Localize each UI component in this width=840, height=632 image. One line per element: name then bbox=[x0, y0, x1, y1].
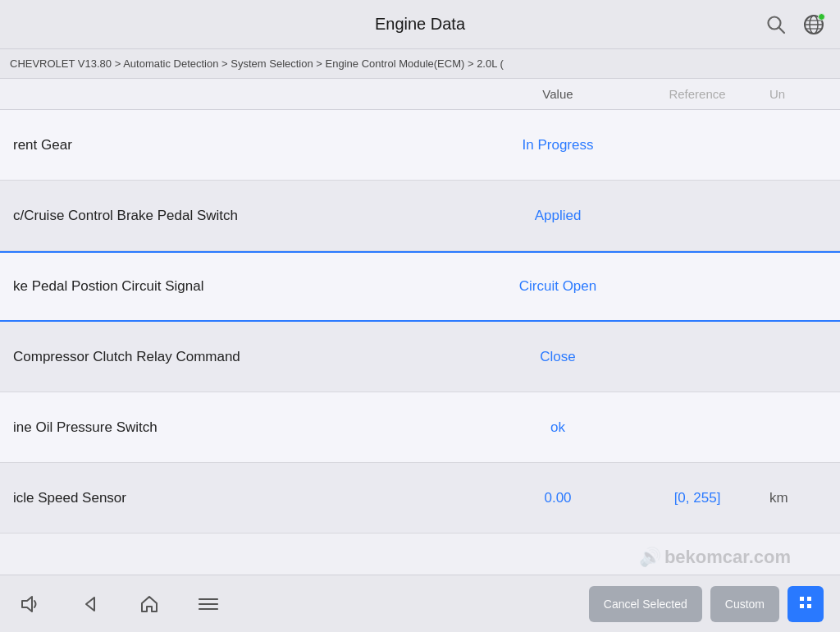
header-actions bbox=[763, 11, 827, 38]
svg-rect-12 bbox=[800, 597, 804, 601]
svg-rect-13 bbox=[807, 597, 811, 601]
col-header-value: Value bbox=[484, 87, 632, 101]
volume-icon[interactable] bbox=[16, 589, 46, 619]
row-value: ok bbox=[484, 419, 632, 436]
row-value: In Progress bbox=[484, 137, 632, 153]
main-content: Value Reference Un rent Gear In Progress… bbox=[0, 79, 840, 575]
svg-marker-8 bbox=[86, 598, 94, 611]
svg-rect-15 bbox=[807, 604, 811, 608]
row-value: Circuit Open bbox=[484, 278, 632, 295]
custom-button[interactable]: Custom bbox=[710, 586, 779, 622]
cancel-selected-button[interactable]: Cancel Selected bbox=[589, 586, 702, 622]
search-icon[interactable] bbox=[763, 11, 789, 38]
menu-icon[interactable] bbox=[194, 589, 223, 619]
row-label: ine Oil Pressure Switch bbox=[0, 419, 484, 436]
table-row[interactable]: ine Oil Pressure Switch ok bbox=[0, 392, 840, 463]
table-row[interactable]: Compressor Clutch Relay Command Close bbox=[0, 322, 840, 392]
row-label: icle Speed Sensor bbox=[0, 490, 484, 506]
row-label: c/Cruise Control Brake Pedal Switch bbox=[0, 208, 484, 224]
table-row[interactable]: c/Cruise Control Brake Pedal Switch Appl… bbox=[0, 181, 840, 251]
col-header-reference: Reference bbox=[632, 87, 763, 101]
svg-rect-14 bbox=[800, 604, 804, 608]
row-label: ke Pedal Postion Circuit Signal bbox=[0, 278, 484, 295]
bottom-buttons: Cancel Selected Custom bbox=[589, 586, 824, 622]
row-reference: [0, 255] bbox=[632, 490, 763, 506]
row-value: Close bbox=[484, 349, 632, 365]
back-icon[interactable] bbox=[75, 589, 105, 619]
row-unit: km bbox=[763, 490, 840, 506]
svg-line-1 bbox=[779, 27, 784, 32]
app-header: Engine Data bbox=[0, 0, 840, 49]
globe-status-dot bbox=[818, 13, 825, 21]
row-value: 0.00 bbox=[484, 490, 632, 506]
svg-marker-7 bbox=[22, 597, 32, 611]
row-label: Compressor Clutch Relay Command bbox=[0, 349, 484, 365]
table-row[interactable]: icle Speed Sensor 0.00 [0, 255] km bbox=[0, 463, 840, 534]
bottom-bar: Cancel Selected Custom bbox=[0, 575, 840, 632]
table-header: Value Reference Un bbox=[0, 79, 840, 110]
globe-icon[interactable] bbox=[801, 11, 827, 38]
table-body: rent Gear In Progress c/Cruise Control B… bbox=[0, 110, 840, 534]
col-header-unit: Un bbox=[763, 87, 840, 101]
table-row[interactable]: ke Pedal Postion Circuit Signal Circuit … bbox=[0, 251, 840, 322]
nav-icons bbox=[16, 589, 223, 619]
home-icon[interactable] bbox=[135, 589, 164, 619]
row-label: rent Gear bbox=[0, 137, 484, 153]
breadcrumb: CHEVROLET V13.80 > Automatic Detection >… bbox=[0, 49, 840, 79]
table-row[interactable]: rent Gear In Progress bbox=[0, 110, 840, 181]
action-button[interactable] bbox=[788, 586, 824, 622]
page-title: Engine Data bbox=[375, 15, 465, 34]
row-value: Applied bbox=[484, 208, 632, 224]
